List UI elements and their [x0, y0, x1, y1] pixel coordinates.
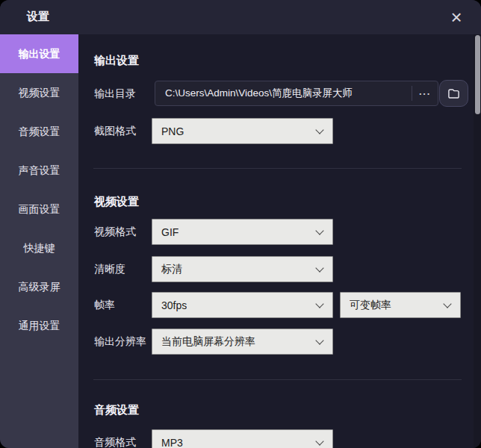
settings-content: 输出设置 输出目录 C:\Users\Admin\Videos\简鹿电脑录屏大师… — [78, 34, 481, 448]
video-section-title: 视频设置 — [94, 195, 139, 209]
browse-more-button[interactable]: ··· — [412, 81, 438, 105]
audio-section-title: 音频设置 — [94, 403, 139, 417]
screenshot-format-value: PNG — [161, 125, 184, 137]
resolution-label: 输出分辨率 — [94, 329, 146, 355]
title-bar: 设置 × — [0, 0, 481, 34]
clarity-value: 标清 — [161, 263, 182, 276]
framerate-label: 帧率 — [94, 292, 115, 318]
sidebar-item-audio-settings[interactable]: 音频设置 — [0, 112, 78, 151]
sidebar-item-sound-settings[interactable]: 声音设置 — [0, 151, 78, 190]
chevron-down-icon — [315, 125, 323, 134]
audio-format-select[interactable]: MP3 — [152, 429, 333, 448]
close-icon: × — [450, 7, 462, 27]
window-title: 设置 — [27, 10, 49, 24]
screenshot-format-select[interactable]: PNG — [152, 118, 333, 144]
clarity-label: 清晰度 — [94, 256, 125, 282]
framerate-value: 30fps — [161, 299, 187, 311]
sidebar-item-general-settings[interactable]: 通用设置 — [0, 306, 78, 345]
section-divider — [93, 379, 462, 380]
sidebar-item-output-settings[interactable]: 输出设置 — [0, 34, 78, 73]
sidebar: 输出设置 视频设置 音频设置 声音设置 画面设置 快捷键 高级录屏 通用设置 — [0, 34, 78, 448]
chevron-down-icon — [315, 437, 323, 445]
sidebar-item-video-settings[interactable]: 视频设置 — [0, 73, 78, 112]
sidebar-item-hotkeys[interactable]: 快捷键 — [0, 228, 78, 267]
output-dir-field[interactable]: C:\Users\Admin\Videos\简鹿电脑录屏大师 ··· — [155, 81, 438, 106]
clarity-select[interactable]: 标清 — [152, 256, 333, 282]
sidebar-item-picture-settings[interactable]: 画面设置 — [0, 190, 78, 228]
chevron-down-icon — [315, 299, 323, 308]
framerate-mode-select[interactable]: 可变帧率 — [340, 292, 461, 318]
folder-icon — [447, 87, 461, 100]
settings-window: 设置 × 输出设置 视频设置 音频设置 声音设置 画面设置 快捷键 高级录屏 通… — [0, 0, 481, 448]
screenshot-format-label: 截图格式 — [94, 118, 136, 144]
chevron-down-icon — [315, 226, 323, 234]
section-divider — [93, 168, 462, 169]
resolution-value: 当前电脑屏幕分辨率 — [161, 335, 255, 349]
scrollbar-thumb[interactable] — [475, 35, 480, 114]
audio-format-value: MP3 — [161, 437, 183, 448]
video-format-label: 视频格式 — [94, 219, 136, 245]
video-format-value: GIF — [161, 226, 179, 238]
open-folder-button[interactable] — [439, 80, 468, 107]
framerate-select[interactable]: 30fps — [152, 292, 333, 318]
video-format-select[interactable]: GIF — [152, 219, 333, 245]
chevron-down-icon — [443, 299, 451, 308]
audio-format-label: 音频格式 — [94, 429, 136, 448]
sidebar-item-advanced-recording[interactable]: 高级录屏 — [0, 267, 78, 306]
output-dir-label: 输出目录 — [94, 81, 136, 106]
chevron-down-icon — [315, 264, 323, 272]
output-dir-value: C:\Users\Admin\Videos\简鹿电脑录屏大师 — [155, 87, 412, 100]
chevron-down-icon — [315, 336, 323, 344]
output-section-title: 输出设置 — [94, 54, 139, 68]
framerate-mode-value: 可变帧率 — [350, 299, 391, 312]
close-button[interactable]: × — [444, 4, 469, 30]
resolution-select[interactable]: 当前电脑屏幕分辨率 — [152, 329, 333, 355]
